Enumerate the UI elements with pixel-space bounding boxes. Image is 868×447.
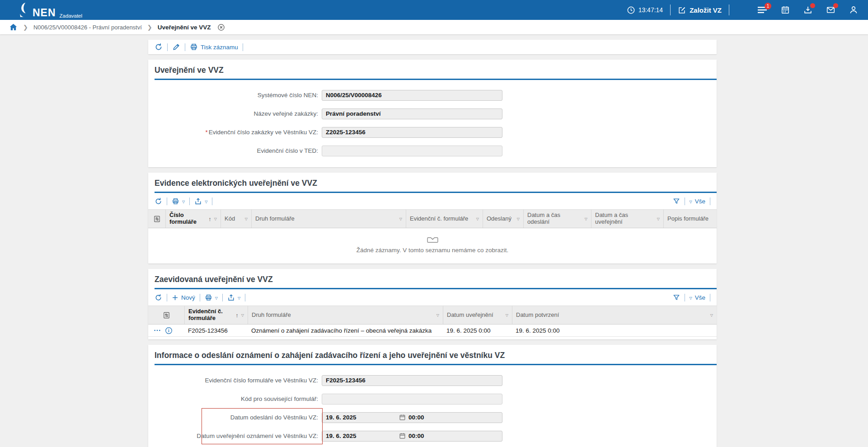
edit-record-button[interactable] — [172, 43, 180, 51]
column-header[interactable]: Odeslaný▽ — [483, 210, 523, 228]
column-filter-icon[interactable]: ▽ — [708, 313, 713, 317]
printer-icon — [205, 294, 212, 301]
toolbar-divider — [200, 294, 200, 301]
print-record-button[interactable]: Tisk záznamu — [190, 43, 238, 51]
refresh-button[interactable] — [155, 43, 163, 51]
ted-number-field[interactable] — [322, 146, 502, 156]
downloads-badge — [810, 3, 815, 8]
vvz-form-number-field[interactable]: F2025-123456 — [322, 375, 502, 386]
column-settings-button[interactable] — [148, 306, 184, 324]
cell-datum-uverejneni: 19. 6. 2025 0:00 — [443, 327, 512, 334]
field-label: Evidenční číslo v TED: — [155, 147, 318, 154]
printer-icon — [190, 43, 198, 51]
toolbar-divider — [167, 294, 167, 301]
form-row: *Evidenční číslo zakázky ve Věstníku VZ:… — [148, 123, 717, 141]
column-filter-icon[interactable]: ▽ — [474, 217, 479, 221]
nen-logo-icon — [18, 2, 30, 18]
dropdown-caret-icon: ▽ — [690, 200, 692, 204]
menu-button[interactable]: 1 — [757, 6, 767, 14]
view-all-label: Vše — [695, 198, 705, 205]
print-menu-button[interactable]: ▽ — [172, 198, 185, 205]
view-all-button[interactable]: ▽ Vše — [690, 198, 705, 205]
column-filter-icon[interactable]: ▽ — [397, 217, 402, 221]
home-button[interactable] — [9, 23, 18, 32]
column-settings-button[interactable] — [148, 210, 165, 228]
toolbar-divider — [185, 43, 185, 51]
toolbar-divider — [189, 198, 190, 205]
row-menu-icon[interactable] — [154, 328, 161, 333]
chevron-right-icon: ❯ — [23, 24, 28, 31]
new-record-button[interactable]: Nový — [172, 294, 195, 301]
create-vz-button[interactable]: Založit VZ — [678, 6, 722, 14]
form-row: Evidenční číslo v TED: — [148, 141, 717, 160]
column-filter-icon[interactable]: ▽ — [242, 217, 248, 221]
column-header[interactable]: Popis formuláře — [663, 210, 717, 228]
vvz-record-number-field[interactable]: Z2025-123456 — [322, 127, 502, 138]
create-vz-label: Založit VZ — [690, 6, 722, 14]
table-row[interactable]: F2025-123456 Oznámení o zahájení zadávac… — [148, 325, 717, 337]
profile-button[interactable] — [849, 5, 858, 14]
toolbar-divider — [710, 198, 710, 205]
nen-system-number-field[interactable]: N006/25/V00008426 — [322, 90, 502, 101]
share-icon — [227, 294, 235, 301]
time-value: 00:00 — [408, 414, 424, 421]
top-bar: NEN Zadavatel 13:47:14 Založit VZ — [0, 0, 868, 20]
field-label: *Evidenční číslo zakázky ve Věstníku VZ: — [155, 129, 318, 136]
info-title: Informace o odeslání oznámení o zahájení… — [148, 345, 717, 364]
column-filter-icon[interactable]: ▽ — [211, 217, 217, 221]
published-date-field[interactable]: 19. 6. 2025 00:00 — [322, 431, 502, 442]
downloads-button[interactable] — [803, 5, 812, 14]
form-row: Datum uveřejnění oznámení ve Věstníku VZ… — [148, 427, 717, 445]
column-settings-icon — [153, 215, 161, 223]
export-menu-button[interactable]: ▽ — [227, 294, 240, 301]
column-header[interactable]: Datum a čas uveřejnění▽ — [591, 210, 663, 228]
column-header[interactable]: Datum uveřejnění▽ — [443, 306, 512, 324]
print-menu-button[interactable]: ▽ — [205, 294, 218, 301]
form-row: Systémové číslo NEN: N006/25/V00008426 — [148, 86, 717, 104]
field-label: Datum odeslání do Věstníku VZ: — [155, 414, 318, 421]
time-value: 00:00 — [408, 433, 424, 439]
calendar-icon[interactable] — [399, 414, 406, 421]
column-filter-icon[interactable]: ▽ — [239, 313, 244, 317]
column-header[interactable]: Evidenční č. formuláře▽ — [406, 210, 483, 228]
column-header[interactable]: Evidenční č. formuláře ↑ ▽ — [184, 306, 248, 324]
form-row: Název veřejné zakázky: Právní poradenstv… — [148, 104, 717, 123]
view-all-button[interactable]: ▽ Vše — [690, 294, 705, 301]
column-filter-icon[interactable]: ▽ — [582, 217, 587, 221]
column-header[interactable]: Číslo formuláře ↑ ▽ — [165, 210, 221, 228]
toolbar-divider — [243, 43, 243, 51]
column-header[interactable]: Druh formuláře▽ — [251, 210, 406, 228]
column-filter-icon[interactable]: ▽ — [434, 313, 439, 317]
filter-button[interactable] — [673, 198, 680, 205]
messages-button[interactable] — [826, 5, 835, 14]
session-time-value: 13:47:14 — [638, 6, 663, 14]
refresh-button[interactable] — [155, 198, 162, 205]
form-row: Kód pro související formulář: — [148, 390, 717, 408]
refresh-icon — [155, 294, 162, 301]
column-header[interactable]: Datum potvrzení▽ — [512, 306, 717, 324]
calendar-button[interactable] — [781, 5, 790, 14]
column-filter-icon[interactable]: ▽ — [514, 217, 520, 221]
contract-name-field[interactable]: Právní poradenství — [322, 108, 502, 119]
column-filter-icon[interactable]: ▽ — [654, 217, 660, 221]
field-label: Evidenční číslo formuláře ve Věstníku VZ… — [155, 377, 318, 384]
column-header[interactable]: Datum a čas odeslání▽ — [523, 210, 591, 228]
export-menu-button[interactable]: ▽ — [194, 198, 207, 205]
page: NEN Zadavatel 13:47:14 Založit VZ — [0, 0, 868, 447]
nen-logo[interactable]: NEN Zadavatel — [18, 2, 82, 18]
close-tab-button[interactable] — [217, 24, 225, 31]
breadcrumb-case[interactable]: N006/25/V00008426 - Právní poradenství — [33, 24, 142, 31]
dropdown-caret-icon: ▽ — [690, 296, 692, 300]
sent-date-field[interactable]: 19. 6. 2025 00:00 — [322, 412, 502, 423]
info-icon[interactable] — [165, 327, 173, 334]
refresh-icon — [155, 198, 162, 205]
related-form-code-field[interactable] — [322, 394, 502, 405]
required-marker: * — [205, 129, 207, 136]
calendar-icon[interactable] — [399, 433, 406, 439]
filter-button[interactable] — [673, 294, 680, 301]
column-filter-icon[interactable]: ▽ — [503, 313, 508, 317]
registered-table-header: Evidenční č. formuláře ↑ ▽ Druh formulář… — [148, 306, 717, 325]
column-header[interactable]: Druh formuláře▽ — [248, 306, 443, 324]
column-header[interactable]: Kód▽ — [221, 210, 251, 228]
refresh-button[interactable] — [155, 294, 162, 301]
